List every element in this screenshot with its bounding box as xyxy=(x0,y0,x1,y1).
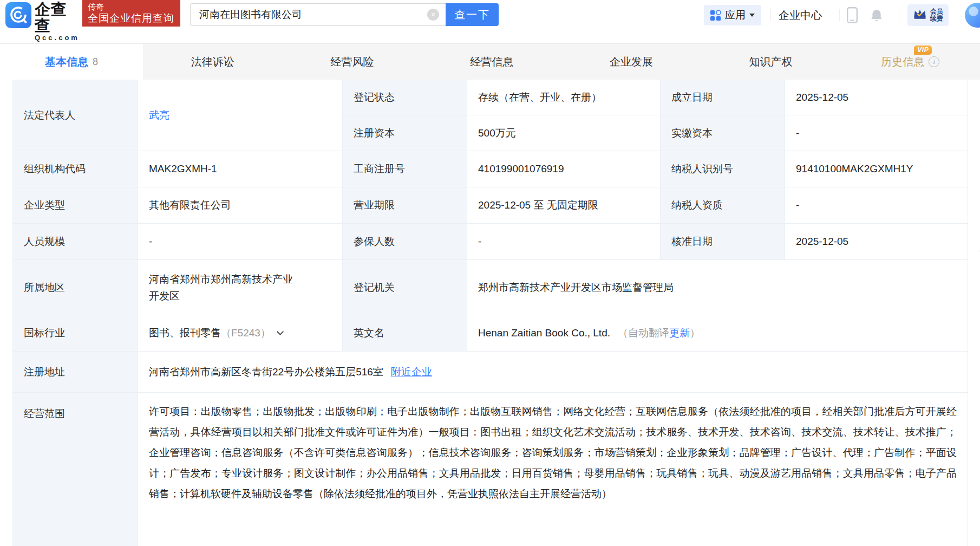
industry-name: 图书、报刊零售 xyxy=(149,326,221,340)
field-value-approval-date: 2025-12-05 xyxy=(785,224,968,260)
field-value-legal-representative: 武亮 xyxy=(138,80,343,151)
brand-name: 企查查 xyxy=(35,1,81,34)
tab-operating-risk[interactable]: 经营风险 xyxy=(283,44,422,80)
search-input[interactable] xyxy=(190,3,446,26)
chevron-down-icon xyxy=(749,14,755,17)
company-info-table: 法定代表人 武亮 登记状态 存续（在营、开业、在册） 成立日期 2025-12-… xyxy=(12,79,968,546)
field-value-enterprise-type: 其他有限责任公司 xyxy=(138,187,343,224)
apps-label: 应用 xyxy=(725,8,746,22)
brand-wordmark[interactable]: 企查查 Qcc.com xyxy=(35,1,81,42)
field-label-staff-size: 人员规模 xyxy=(13,224,138,260)
industry-code: （F5243） xyxy=(221,326,271,340)
tab-label: 历史信息 xyxy=(881,55,924,69)
legal-representative-link[interactable]: 武亮 xyxy=(149,108,169,122)
section-tabbar: 基本信息 8 法律诉讼 经营风险 经营信息 企业发展 知识产权 历史信息 VIP… xyxy=(0,43,980,80)
field-label-taxpayer-qualification: 纳税人资质 xyxy=(661,187,785,224)
table-row: 注册地址 河南省郑州市高新区冬青街22号办公楼第五层516室 附近企业 xyxy=(13,352,968,393)
crown-icon xyxy=(913,8,927,22)
tab-intellectual-property[interactable]: 知识产权 xyxy=(701,44,841,80)
field-label-establish-date: 成立日期 xyxy=(661,80,785,115)
slogan-line2: 全国企业信用查询 xyxy=(88,12,175,25)
field-value-business-scope: 许可项目：出版物零售；出版物批发；出版物印刷；电子出版物制作；出版物互联网销售；… xyxy=(138,393,968,546)
tab-operating-info[interactable]: 经营信息 xyxy=(422,44,561,80)
enterprise-center-link[interactable]: 企业中心 xyxy=(779,0,822,30)
field-label-business-reg-no: 工商注册号 xyxy=(343,151,467,187)
divider xyxy=(770,9,770,21)
field-value-staff-size: - xyxy=(138,224,343,260)
field-label-business-scope: 经营范围 xyxy=(13,393,138,546)
member-line2: 续费 xyxy=(930,15,943,22)
field-label-insured-count: 参保人数 xyxy=(343,224,467,260)
field-value-organization-code: MAK2GXMH-1 xyxy=(138,151,343,187)
mobile-app-icon[interactable] xyxy=(847,7,858,25)
tab-legal-proceedings[interactable]: 法律诉讼 xyxy=(143,44,283,80)
table-row: 企业类型 其他有限责任公司 营业期限 2025-12-05 至 无固定期限 纳税… xyxy=(13,187,968,224)
field-label-registration-authority: 登记机关 xyxy=(343,260,467,315)
field-label-region: 所属地区 xyxy=(13,260,138,315)
field-value-taxpayer-qualification: - xyxy=(785,187,968,224)
field-label-approval-date: 核准日期 xyxy=(661,224,785,260)
field-label-english-name: 英文名 xyxy=(343,315,467,352)
field-label-registration-status: 登记状态 xyxy=(343,80,467,115)
field-value-registered-address: 河南省郑州市高新区冬青街22号办公楼第五层516室 附近企业 xyxy=(138,352,968,393)
field-value-industry: 图书、报刊零售 （F5243） xyxy=(138,315,343,352)
table-row: 所属地区 河南省郑州市郑州高新技术产业开发区 登记机关 郑州市高新技术产业开发区… xyxy=(13,260,968,315)
field-value-registered-capital: 500万元 xyxy=(467,115,661,151)
clear-search-icon[interactable]: × xyxy=(427,9,439,21)
registered-address: 河南省郑州市高新区冬青街22号办公楼第五层516室 xyxy=(149,365,383,379)
tab-history-info[interactable]: 历史信息 VIP i xyxy=(840,44,980,80)
expand-chevron-icon[interactable] xyxy=(276,330,284,336)
slogan-line1: 传奇 xyxy=(88,2,175,12)
qcc-company-page: E E M U 3 Q DE E M U 3 Q DE E M U 3 Q DE… xyxy=(0,0,980,546)
user-avatar[interactable] xyxy=(965,3,980,28)
field-value-taxpayer-id: 91410100MAK2GXMH1Y xyxy=(785,151,968,187)
field-label-paid-in-capital: 实缴资本 xyxy=(661,115,785,151)
field-label-organization-code: 组织机构代码 xyxy=(13,151,138,187)
table-row: 国标行业 图书、报刊零售 （F5243） 英文名 Henan Zaitian B… xyxy=(13,315,968,352)
slogan-badge: 传奇 全国企业信用查询 xyxy=(82,0,180,27)
search-button[interactable]: 查一下 xyxy=(446,3,499,26)
table-row: 法定代表人 武亮 登记状态 存续（在营、开业、在册） 成立日期 2025-12-… xyxy=(13,80,968,151)
tab-basic-info[interactable]: 基本信息 8 xyxy=(0,44,143,80)
search-bar: × 查一下 xyxy=(190,3,499,26)
search-box: × xyxy=(190,3,446,26)
vip-badge: VIP xyxy=(914,46,932,55)
field-value-establish-date: 2025-12-05 xyxy=(785,80,968,115)
tab-label: 经营信息 xyxy=(470,55,513,69)
field-value-english-name: Henan Zaitian Book Co., Ltd. （自动翻译 更新 ） xyxy=(467,315,968,352)
member-renew-button[interactable]: 会员 续费 xyxy=(907,4,949,26)
update-translation-link[interactable]: 更新 xyxy=(669,326,690,340)
field-value-business-term: 2025-12-05 至 无固定期限 xyxy=(467,187,661,224)
brand-domain: Qcc.com xyxy=(35,34,81,42)
nearby-companies-link[interactable]: 附近企业 xyxy=(391,365,432,379)
tab-label: 经营风险 xyxy=(331,55,374,69)
field-value-registration-authority: 郑州市高新技术产业开发区市场监督管理局 xyxy=(467,260,968,315)
field-value-insured-count: - xyxy=(467,224,661,260)
tab-label: 基本信息 xyxy=(45,55,88,69)
table-row: 人员规模 - 参保人数 - 核准日期 2025-12-05 xyxy=(13,224,968,260)
auto-translate-note-close: ） xyxy=(690,326,700,340)
notification-bell-icon[interactable] xyxy=(870,8,884,25)
qcc-logo-icon[interactable] xyxy=(5,2,31,28)
field-value-paid-in-capital: - xyxy=(785,115,968,151)
apps-menu-button[interactable]: 应用 xyxy=(704,5,761,25)
info-icon: i xyxy=(929,56,939,67)
tab-enterprise-development[interactable]: 企业发展 xyxy=(561,44,701,80)
divider xyxy=(899,9,899,21)
table-row: 组织机构代码 MAK2GXMH-1 工商注册号 410199001076919 … xyxy=(13,151,968,187)
field-value-business-reg-no: 410199001076919 xyxy=(467,151,661,187)
table-row: 经营范围 许可项目：出版物零售；出版物批发；出版物印刷；电子出版物制作；出版物互… xyxy=(13,393,968,546)
tab-count-badge: 8 xyxy=(93,56,98,68)
apps-grid-icon xyxy=(710,10,721,21)
field-label-registered-address: 注册地址 xyxy=(13,352,138,393)
field-label-business-term: 营业期限 xyxy=(343,187,467,224)
field-label-industry: 国标行业 xyxy=(13,315,138,352)
field-value-region: 河南省郑州市郑州高新技术产业开发区 xyxy=(138,260,343,315)
tab-label: 法律诉讼 xyxy=(191,55,234,69)
divider xyxy=(839,9,840,21)
tab-label: 企业发展 xyxy=(610,55,653,69)
top-header: 企查查 Qcc.com 传奇 全国企业信用查询 × 查一下 应用 企业中心 xyxy=(0,0,980,30)
field-value-registration-status: 存续（在营、开业、在册） xyxy=(467,80,661,115)
field-label-taxpayer-id: 纳税人识别号 xyxy=(661,151,785,187)
field-label-enterprise-type: 企业类型 xyxy=(13,187,138,224)
